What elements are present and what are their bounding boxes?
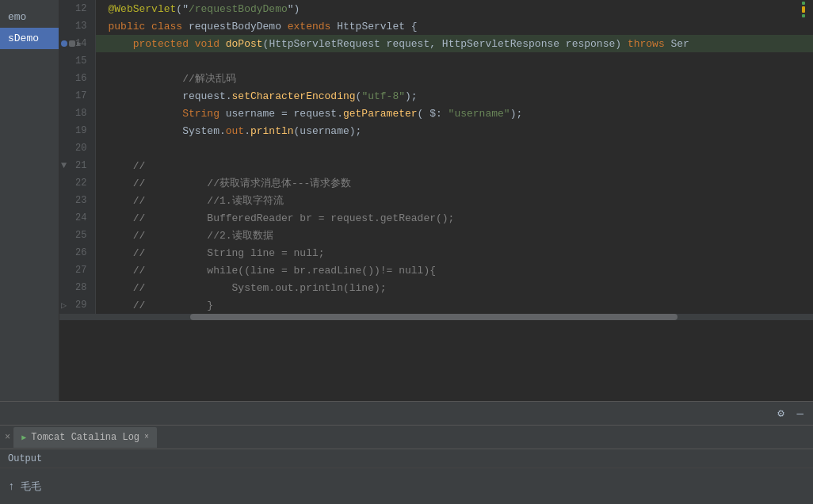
tab-close-prefix[interactable]: × [3,432,12,443]
line-number: 23 [59,192,95,209]
line-number: 22 [59,174,95,192]
token: // System.out.println(line); [133,282,387,294]
token: getParameter [343,108,418,120]
token: @WebServlet [109,3,177,15]
output-text: 毛毛 [21,479,41,494]
code-line: // while((line = br.readLine())!= null){ [95,262,813,279]
line-number: ▼ 21 [59,157,95,174]
token: username = request. [226,108,343,120]
token: // } [133,300,213,311]
token: // //2.读取数据 [133,230,273,242]
margin-green-1 [802,2,805,5]
token: . [244,125,250,137]
token: // [133,160,146,172]
table-row: 12 @WebServlet("/requestBodyDemo") [59,0,813,17]
string-username: "username" [448,108,510,120]
token: public [109,21,152,32]
table-row: 19 System.out.println(username); [59,122,813,139]
line-number: 28 [59,279,95,296]
line-number: 15 [59,52,95,70]
line-number: 17 [59,87,95,105]
table-row: 27 // while((line = br.readLine())!= nul… [59,262,813,279]
editor-area: 12 @WebServlet("/requestBodyDemo") 13 pu… [59,0,813,401]
token: // String line = null; [133,247,325,259]
token: void [195,38,226,50]
string-token: /requestBodyDemo [189,3,288,15]
token: (username); [294,125,362,137]
token: request. [182,90,231,102]
code-container[interactable]: 12 @WebServlet("/requestBodyDemo") 13 pu… [59,0,813,401]
table-row: 24 // BufferedReader br = request.getRea… [59,209,813,227]
table-row: ▷ 29 // } [59,296,813,314]
bottom-panel: ⚙ — × ▶ Tomcat Catalina Log × Output ↑ 毛… [0,401,813,504]
line-number: 18 [59,105,95,122]
code-line: //解决乱码 [95,70,813,87]
table-row: ▶ 14 protected void doPost(HttpServletRe… [59,35,813,52]
fold-marker[interactable]: ▼ [61,160,67,171]
token: requestBodyDemo [189,21,288,32]
line-number: 20 [59,139,95,157]
table-row: 18 String username = request.getParamete… [59,105,813,122]
line-number: 25 [59,227,95,244]
bottom-toolbar: ⚙ — [0,402,813,426]
tab-catalina-log[interactable]: ▶ Tomcat Catalina Log × [13,427,157,448]
code-line [95,139,813,157]
code-line: // [95,157,813,174]
code-line: // System.out.println(line); [95,279,813,296]
token: ); [510,108,523,120]
table-row: 15 [59,52,813,70]
output-label-text: Output [8,453,42,464]
token: setCharacterEncoding [232,90,356,102]
table-row: ▼ 21 // [59,157,813,174]
sidebar-item-emo[interactable]: emo [0,6,59,28]
code-line: // //获取请求消息体---请求参数 [95,174,813,192]
token: out [226,125,244,137]
line-number: ▶ 14 [59,35,95,52]
token: // while((line = br.readLine())!= null){ [133,265,436,277]
line-number: 27 [59,262,95,279]
token: throws [628,38,671,50]
code-line: @WebServlet("/requestBodyDemo") [95,0,813,17]
gear-icon[interactable]: ⚙ [774,405,787,422]
line-number: ▷ 29 [59,296,95,314]
table-row: 23 // //1.读取字符流 [59,192,813,209]
tab-close-button[interactable]: × [144,433,149,441]
minimize-icon[interactable]: — [794,406,807,422]
token: ( $: [418,108,448,120]
scrollbar-thumb-h[interactable] [190,314,678,320]
line-number: 13 [59,17,95,35]
token: HttpServletResponse [442,38,566,50]
code-line: // String line = null; [95,244,813,262]
table-row: 22 // //获取请求消息体---请求参数 [59,174,813,192]
table-row: 17 request.setCharacterEncoding("utf-8")… [59,87,813,105]
code-line: // //1.读取字符流 [95,192,813,209]
execution-arrow: ▶ [77,39,82,48]
code-line: System.out.println(username); [95,122,813,139]
output-content: ↑ 毛毛 [0,468,813,504]
token: HttpServlet { [337,21,417,32]
tab-bar: × ▶ Tomcat Catalina Log × [0,426,813,449]
token: "utf-8" [361,90,405,102]
token: // //获取请求消息体---请求参数 [133,178,352,189]
token: request, [387,38,442,50]
code-line: // BufferedReader br = request.getReader… [95,209,813,227]
code-line: // } [95,296,813,314]
breakpoint-marker [61,40,67,47]
code-table: 12 @WebServlet("/requestBodyDemo") 13 pu… [59,0,813,314]
sidebar-item-sdemo[interactable]: sDemo [0,28,59,49]
token: //解决乱码 [182,73,236,85]
line-number: 24 [59,209,95,227]
line-number: 26 [59,244,95,262]
token: response) [566,38,628,50]
table-row: 16 //解决乱码 [59,70,813,87]
sidebar: emo sDemo [0,0,59,401]
output-arrow-icon[interactable]: ↑ [8,480,14,493]
table-row: 20 [59,139,813,157]
token: doPost [226,38,263,50]
line-number: 12 [59,0,95,17]
line-number: 16 [59,70,95,87]
fold-end-marker[interactable]: ▷ [61,300,67,311]
output-label: Output [0,449,813,468]
horizontal-scrollbar[interactable] [59,314,813,320]
token: String [182,108,226,120]
